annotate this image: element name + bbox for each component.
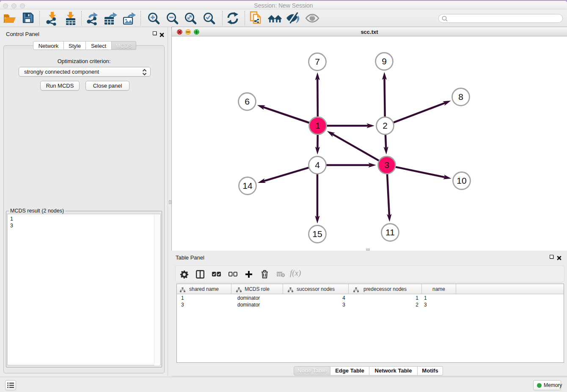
svg-text:10: 10 xyxy=(457,176,466,185)
svg-text:8: 8 xyxy=(458,92,463,102)
svg-text:4: 4 xyxy=(315,160,320,170)
svg-text:3: 3 xyxy=(384,160,389,170)
svg-text:2: 2 xyxy=(383,121,388,130)
svg-text:7: 7 xyxy=(315,57,320,66)
svg-text:1: 1 xyxy=(315,121,320,130)
svg-text:11: 11 xyxy=(385,227,395,237)
svg-text:15: 15 xyxy=(312,229,322,239)
svg-text:6: 6 xyxy=(245,97,250,106)
svg-text:9: 9 xyxy=(382,56,387,66)
svg-text:14: 14 xyxy=(242,181,253,190)
